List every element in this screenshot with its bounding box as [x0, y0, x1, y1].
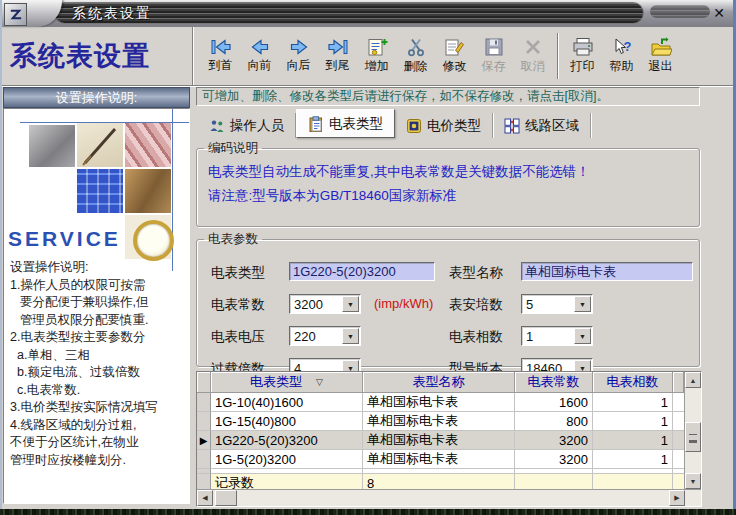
scrollbar-corner	[685, 490, 701, 506]
modify-button[interactable]: 修改	[435, 30, 474, 82]
next-icon	[288, 38, 310, 56]
phase-combobox[interactable]: 1 ▼	[521, 326, 593, 346]
first-label: 到首	[209, 57, 233, 74]
sort-icon: ▽	[316, 377, 323, 387]
table-row-selected[interactable]: ▶ 1G220-5(20)3200 单相国标电卡表 3200 1	[197, 431, 684, 450]
add-label: 增加	[365, 58, 389, 75]
cell-meter-type: 1G-10(40)1600	[211, 393, 363, 412]
dropdown-arrow-icon[interactable]: ▼	[342, 328, 359, 344]
delete-label: 删除	[404, 58, 428, 75]
grid-header-phase[interactable]: 电表相数	[593, 372, 673, 393]
exit-button[interactable]: 退出	[641, 30, 680, 82]
vertical-scroll-track[interactable]	[685, 388, 701, 473]
tab-label: 操作人员	[230, 117, 284, 135]
scroll-up-button[interactable]: ▲	[685, 372, 701, 388]
close-button[interactable]: ✕	[709, 4, 729, 22]
table-row[interactable]: 1G-15(40)800 单相国标电卡表 800 1	[197, 412, 684, 431]
people-icon	[209, 119, 225, 133]
add-icon	[366, 37, 388, 57]
dropdown-arrow-icon[interactable]: ▼	[342, 296, 359, 312]
save-button[interactable]: 保存	[474, 30, 513, 82]
first-button[interactable]: 到首	[201, 30, 240, 82]
grid-header-constant[interactable]: 电表常数	[515, 372, 593, 393]
cell-meter-type: 1G220-5(20)3200	[211, 431, 363, 450]
tab-bar: 操作人员 电表类型 电价类型 线路区域	[198, 110, 591, 138]
table-row[interactable]: 1G-10(40)1600 单相国标电卡表 1600 1	[197, 393, 684, 412]
cell-phase: 1	[593, 412, 673, 431]
main-panel: 可增加、删除、修改各类型后请进行保存，如不保存修改，请点击[取消]。 操作人员 …	[192, 85, 733, 509]
help-button[interactable]: ? 帮助	[602, 30, 641, 82]
cancel-button[interactable]: 取消	[513, 30, 552, 82]
print-label: 打印	[571, 58, 595, 75]
table-row[interactable]: 1G-5(20)3200 单相国标电卡表 3200 1	[197, 450, 684, 469]
horizontal-scrollbar[interactable]: ◀ ▶	[197, 489, 701, 506]
row-pointer-icon: ▶	[197, 431, 211, 450]
sidebar-instructions: 设置操作说明: 1.操作人员的权限可按需 要分配便于兼职操作,但 管理员权限分配…	[10, 259, 188, 469]
scroll-down-button[interactable]: ▼	[685, 473, 701, 489]
phase-label: 电表相数	[449, 328, 503, 346]
phase-value: 1	[526, 329, 533, 344]
dropdown-arrow-icon[interactable]: ▼	[574, 296, 591, 312]
delete-button[interactable]: 删除	[396, 30, 435, 82]
meter-params-groupbox: 电表参数 电表类型 表型名称 电表常数 3200 ▼ (imp/kWh) 表安培…	[196, 231, 700, 367]
cell-constant: 1600	[515, 393, 593, 412]
voltage-combobox[interactable]: 220 ▼	[289, 326, 361, 346]
scroll-left-button[interactable]: ◀	[197, 490, 213, 506]
tab-label: 电价类型	[427, 117, 481, 135]
tab-meter-type[interactable]: 电表类型	[296, 109, 395, 138]
prev-icon	[249, 38, 271, 56]
next-button[interactable]: 向后	[279, 30, 318, 82]
last-label: 到尾	[326, 57, 350, 74]
sidebar-photo-watch	[125, 215, 171, 259]
exit-label: 退出	[649, 58, 673, 75]
meter-type-grid: 电表类型▽ 表型名称 电表常数 电表相数 1G-10(40)1600 单相国标电…	[196, 371, 702, 507]
cell-filler	[673, 450, 684, 469]
vertical-scroll-thumb[interactable]	[685, 422, 701, 452]
save-icon	[484, 37, 504, 57]
cell-meter-type: 1G-15(40)800	[211, 412, 363, 431]
add-button[interactable]: 增加	[357, 30, 396, 82]
voltage-value: 220	[294, 329, 316, 344]
grid-header-model-name[interactable]: 表型名称	[363, 372, 515, 393]
horizontal-scroll-track[interactable]	[213, 490, 669, 506]
instruction-line: 4.线路区域的划分过粗,	[10, 417, 188, 435]
notice-bar: 可增加、删除、修改各类型后请进行保存，如不保存修改，请点击[取消]。	[196, 87, 700, 106]
vertical-scrollbar[interactable]: ▲ ▼	[684, 372, 701, 489]
ampere-combobox[interactable]: 5 ▼	[521, 294, 593, 314]
last-icon	[327, 38, 349, 56]
sidebar-photo-pen	[77, 123, 123, 167]
svg-text:?: ?	[623, 39, 631, 54]
instruction-line: 3.电价类型按实际情况填写	[10, 399, 188, 417]
modify-label: 修改	[443, 58, 467, 75]
tab-label: 电表类型	[329, 115, 383, 133]
grid-header-row: 电表类型▽ 表型名称 电表常数 电表相数	[197, 372, 684, 393]
cell-phase: 1	[593, 450, 673, 469]
meter-type-input[interactable]	[289, 262, 435, 281]
constant-value: 3200	[294, 297, 323, 312]
instruction-line: a.单相、三相	[10, 347, 188, 365]
cell-model-name: 单相国标电卡表	[363, 412, 515, 431]
horizontal-scroll-thumb[interactable]	[215, 490, 237, 506]
print-button[interactable]: 打印	[563, 30, 602, 82]
scroll-right-button[interactable]: ▶	[669, 490, 685, 506]
tab-line-area[interactable]: 线路区域	[493, 113, 591, 138]
desktop-background-strip	[0, 509, 736, 515]
constant-combobox[interactable]: 3200 ▼	[289, 294, 361, 314]
grid-header-meter-type[interactable]: 电表类型▽	[211, 372, 363, 393]
model-name-label: 表型名称	[449, 264, 503, 282]
dropdown-arrow-icon[interactable]: ▼	[574, 328, 591, 344]
last-button[interactable]: 到尾	[318, 30, 357, 82]
toolbar: 系统表设置 到首 向前 向后 到尾 增加	[0, 27, 736, 86]
help-label: 帮助	[610, 58, 634, 75]
coding-note-2: 请注意:型号版本为GB/T18460国家新标准	[208, 187, 699, 205]
tab-price-type[interactable]: 电价类型	[395, 113, 493, 138]
app-logo-icon	[4, 3, 27, 26]
instruction-line: c.电表常数.	[10, 382, 188, 400]
instruction-line: 管理时应按楼幢划分.	[10, 452, 188, 470]
coding-legend: 编码说明	[204, 140, 262, 157]
cancel-label: 取消	[521, 58, 545, 75]
prev-button[interactable]: 向前	[240, 30, 279, 82]
tab-operators[interactable]: 操作人员	[198, 113, 296, 138]
model-name-input[interactable]	[521, 262, 693, 281]
coding-note-1: 电表类型自动生成不能重复,其中电表常数是关键数据不能选错！	[208, 163, 699, 181]
